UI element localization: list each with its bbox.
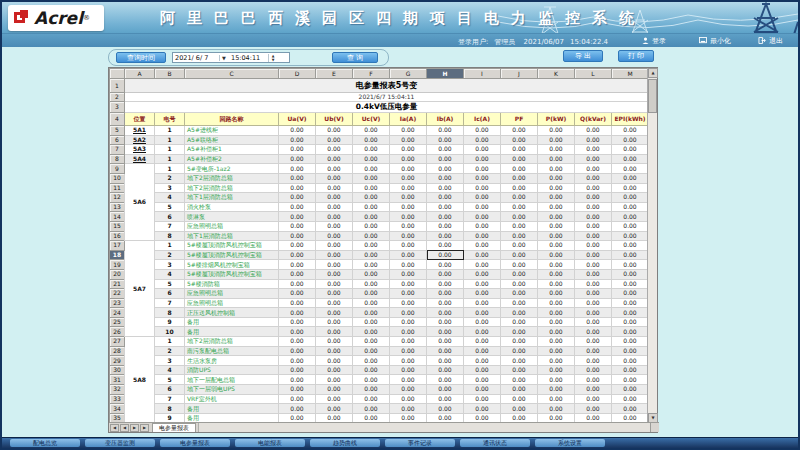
location-cell[interactable]: 5A6: [125, 164, 155, 241]
circuit-name-cell[interactable]: 地下1层消防总箱: [185, 231, 279, 241]
grid-cell[interactable]: 0.00: [279, 221, 316, 231]
row-number[interactable]: 11: [110, 183, 125, 193]
grid-cell[interactable]: 0.00: [538, 269, 575, 279]
grid-cell[interactable]: 0.00: [316, 164, 353, 174]
login-button[interactable]: 登录: [642, 35, 666, 46]
grid-cell[interactable]: 0.00: [390, 327, 427, 337]
grid-cell[interactable]: 0.00: [575, 250, 612, 260]
grid-cell[interactable]: 0.00: [464, 356, 501, 366]
grid-cell[interactable]: 0.00: [353, 135, 390, 145]
grid-cell[interactable]: 0.00: [501, 279, 538, 289]
grid-cell[interactable]: 0.00: [316, 385, 353, 395]
grid-cell[interactable]: 0.00: [316, 365, 353, 375]
grid-cell[interactable]: 0.00: [575, 308, 612, 318]
circuit-name-cell[interactable]: 备用: [185, 404, 279, 414]
grid-cell[interactable]: 0.00: [279, 126, 316, 136]
grid-cell[interactable]: 0.00: [316, 260, 353, 270]
grid-cell[interactable]: 0.00: [390, 385, 427, 395]
selected-cell[interactable]: 0.00: [427, 250, 464, 260]
grid-cell[interactable]: 0.00: [279, 231, 316, 241]
report-datetime[interactable]: 2021/6/7 15:04:11: [125, 93, 649, 102]
grid-cell[interactable]: 0.00: [353, 317, 390, 327]
grid-cell[interactable]: 0.00: [279, 250, 316, 260]
grid-cell[interactable]: 0.00: [575, 327, 612, 337]
datetime-picker[interactable]: 2021/ 6/ 7 ▼ 15:04:11 ▲▼: [172, 52, 290, 63]
circuit-name-cell[interactable]: 消火栓泵: [185, 202, 279, 212]
column-letter-H[interactable]: H: [427, 69, 464, 79]
circuit-number-cell[interactable]: 1: [155, 241, 185, 251]
column-letter-I[interactable]: I: [464, 69, 501, 79]
column-letter-G[interactable]: G: [390, 69, 427, 79]
grid-cell[interactable]: 0.00: [501, 394, 538, 404]
grid-cell[interactable]: 0.00: [612, 145, 649, 155]
grid-cell[interactable]: 0.00: [316, 404, 353, 414]
grid-cell[interactable]: 0.00: [575, 365, 612, 375]
grid-cell[interactable]: 0.00: [538, 250, 575, 260]
grid-cell[interactable]: 0.00: [464, 221, 501, 231]
circuit-name-cell[interactable]: 应急照明总箱: [185, 221, 279, 231]
grid-cell[interactable]: 0.00: [575, 183, 612, 193]
location-cell[interactable]: 5A3: [125, 145, 155, 155]
grid-cell[interactable]: 0.00: [501, 337, 538, 347]
grid-cell[interactable]: 0.00: [612, 327, 649, 337]
column-letter-D[interactable]: D: [279, 69, 316, 79]
grid-cell[interactable]: 0.00: [501, 317, 538, 327]
grid-cell[interactable]: 0.00: [575, 260, 612, 270]
grid-cell[interactable]: 0.00: [353, 202, 390, 212]
circuit-name-cell[interactable]: 地下2层消防总箱: [185, 337, 279, 347]
grid-cell[interactable]: 0.00: [427, 193, 464, 203]
circuit-name-cell[interactable]: A5#联络柜: [185, 135, 279, 145]
grid-cell[interactable]: 0.00: [612, 241, 649, 251]
circuit-number-cell[interactable]: 7: [155, 394, 185, 404]
row-number[interactable]: 6: [110, 135, 125, 145]
circuit-number-cell[interactable]: 5: [155, 279, 185, 289]
grid-cell[interactable]: 0.00: [279, 173, 316, 183]
grid-cell[interactable]: 0.00: [612, 337, 649, 347]
grid-cell[interactable]: 0.00: [316, 337, 353, 347]
grid-cell[interactable]: 0.00: [390, 241, 427, 251]
grid-cell[interactable]: 0.00: [279, 193, 316, 203]
grid-cell[interactable]: 0.00: [279, 404, 316, 414]
circuit-number-cell[interactable]: 6: [155, 385, 185, 395]
grid-cell[interactable]: 0.00: [538, 298, 575, 308]
grid-cell[interactable]: 0.00: [612, 375, 649, 385]
circuit-number-cell[interactable]: 4: [155, 193, 185, 203]
column-header[interactable]: Ua(V): [279, 113, 316, 126]
grid-cell[interactable]: 0.00: [464, 394, 501, 404]
circuit-name-cell[interactable]: A5#进线柜: [185, 126, 279, 136]
grid-cell[interactable]: 0.00: [575, 173, 612, 183]
circuit-number-cell[interactable]: 1: [155, 337, 185, 347]
circuit-name-cell[interactable]: 地下1层消防总箱: [185, 193, 279, 203]
taskbar-item[interactable]: 变压器监测: [85, 439, 155, 447]
grid-cell[interactable]: 0.00: [501, 375, 538, 385]
grid-cell[interactable]: 0.00: [464, 269, 501, 279]
grid-cell[interactable]: 0.00: [538, 212, 575, 222]
location-cell[interactable]: 5A7: [125, 241, 155, 337]
grid-cell[interactable]: 0.00: [575, 279, 612, 289]
column-letter-A[interactable]: A: [125, 69, 155, 79]
grid-cell[interactable]: 0.00: [316, 221, 353, 231]
grid-cell[interactable]: 0.00: [538, 231, 575, 241]
grid-cell[interactable]: 0.00: [316, 375, 353, 385]
grid-cell[interactable]: 0.00: [353, 394, 390, 404]
column-letter-F[interactable]: F: [353, 69, 390, 79]
grid-cell[interactable]: 0.00: [464, 164, 501, 174]
grid-cell[interactable]: 0.00: [427, 173, 464, 183]
grid-cell[interactable]: 0.00: [353, 145, 390, 155]
column-header[interactable]: EPI(kWh): [612, 113, 649, 126]
row-number[interactable]: 2: [110, 93, 125, 102]
circuit-name-cell[interactable]: 5#楼屋顶消防风机控制宝箱: [185, 241, 279, 251]
grid-cell[interactable]: 0.00: [538, 308, 575, 318]
grid-cell[interactable]: 0.00: [501, 126, 538, 136]
grid-cell[interactable]: 0.00: [464, 317, 501, 327]
grid-cell[interactable]: 0.00: [427, 394, 464, 404]
grid-cell[interactable]: 0.00: [353, 241, 390, 251]
grid-cell[interactable]: 0.00: [538, 385, 575, 395]
export-button[interactable]: 导 出: [563, 50, 603, 62]
grid-cell[interactable]: 0.00: [353, 212, 390, 222]
grid-cell[interactable]: 0.00: [538, 145, 575, 155]
grid-cell[interactable]: 0.00: [316, 154, 353, 164]
grid-cell[interactable]: 0.00: [575, 375, 612, 385]
circuit-name-cell[interactable]: 5#楼屋顶消防风机控制宝箱: [185, 269, 279, 279]
row-number[interactable]: 27: [110, 337, 125, 347]
